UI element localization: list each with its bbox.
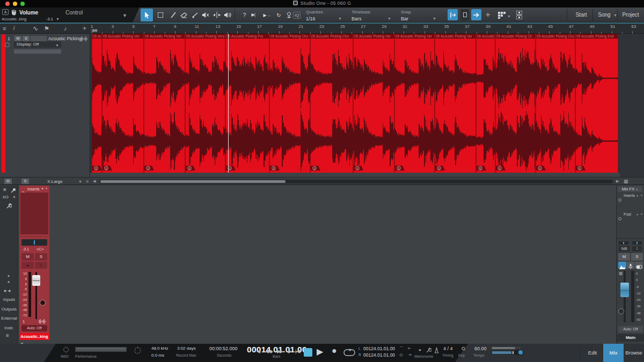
mute-tool-button[interactable] [199,9,211,21]
mix-view-button[interactable]: Mix [603,344,624,362]
console-close-icon[interactable]: ✕ [3,187,7,193]
track-solo-button[interactable]: S [23,36,30,41]
waveform-canvas[interactable] [90,34,620,173]
cursor-focus-button[interactable]: ✛ [484,9,492,20]
main-fader-cap[interactable] [620,283,629,297]
range-tool-button[interactable] [154,9,166,21]
control-label[interactable]: Control [65,10,83,16]
scroll-left-icon[interactable]: ◀ [93,179,96,183]
channel-fader-cap[interactable] [32,275,40,286]
listen-tool-button[interactable] [221,9,233,21]
lanes-icon[interactable]: ≡ [86,179,89,184]
snap-chevron-icon[interactable]: ▼ [433,17,436,20]
monitor-toggle[interactable] [514,350,523,355]
track-name[interactable]: Acoustic Picking [48,36,79,41]
global-mute-button[interactable]: M [4,179,12,184]
quantize-chevron-icon[interactable]: ▼ [338,17,342,20]
tab-project[interactable]: Project [618,8,643,23]
main-limiter-button[interactable] [618,262,626,269]
goto-start-icon[interactable]: ⇤ [408,346,412,351]
loop-button[interactable] [343,349,355,357]
io-label[interactable]: I/O [3,195,9,200]
main-inserts-chevron-icon[interactable]: ▼ [636,194,639,197]
snap-relative-button[interactable] [460,9,469,20]
eraser-tool-button[interactable] [178,9,190,21]
channel-auto-knob[interactable] [40,300,46,306]
channel-record-button[interactable]: ● [21,262,34,269]
main-grid-icon[interactable]: ▦ [619,271,623,276]
channel-pan-value[interactable]: <C> [36,247,43,251]
prev-marker-button[interactable]: ◀ [257,349,260,354]
main-inserts-add-icon[interactable]: + [640,193,643,198]
main-pan-slider-left[interactable] [619,241,628,245]
tab-song-chevron-icon[interactable]: ▼ [613,13,617,17]
marker-flag-icon[interactable]: ⚑ [44,25,49,32]
channel-automation-button[interactable]: Auto: Off [21,325,47,331]
snap-events-button[interactable] [471,9,481,20]
main-auto-knob[interactable] [618,308,624,314]
automation-power-icon[interactable] [5,42,10,47]
edit-view-button[interactable]: Edit [582,344,603,362]
automation-value[interactable]: -3.1 [46,17,53,21]
snap-value[interactable]: Bar [401,16,408,21]
automation-param-label[interactable]: Volume [19,10,38,16]
record-button[interactable]: ● [332,346,337,356]
loop-start-value[interactable]: 00124.01.01.00 [363,346,395,351]
quantize-note-icon[interactable]: ♪ [64,25,67,32]
iq-input-quantize-button[interactable]: IQ [293,12,301,19]
tab-start[interactable]: Start [570,8,592,23]
tab-song[interactable]: Song [595,8,614,23]
next-marker-button[interactable]: ▶ [288,349,292,354]
goto-end-icon[interactable]: ⇥ [408,352,412,357]
inserts-list-box[interactable] [20,193,48,234]
performance-meter[interactable] [75,347,127,352]
rewind-button[interactable]: ◀◀ [265,349,270,354]
automation-value-chevron-icon[interactable]: ▼ [56,17,60,21]
main-pan-slider-right[interactable] [632,241,642,245]
track-color-strip[interactable] [2,34,5,173]
main-name-tag[interactable]: Main [617,334,644,342]
pin-icon[interactable] [11,188,16,193]
display-mode-dropdown[interactable]: Display: Off▼ [14,41,61,48]
narrow-wide-icon[interactable]: ▶◀ [4,289,11,292]
rail-bank-button[interactable]: Inputs [0,297,18,302]
inserts-chevron-icon[interactable]: ▼ [41,187,44,190]
grid-view-button[interactable] [498,11,506,21]
return-to-zero-button[interactable]: |◀ [295,349,300,354]
main-mute-button[interactable]: M [618,253,630,261]
rail-bank-button[interactable]: Outputs [0,307,18,312]
inspector-icon[interactable]: i [13,25,14,32]
channel-mute-button[interactable]: M [21,253,34,261]
automation-curve-icon[interactable]: ∿ [33,25,38,32]
preroll-icon[interactable]: ● [419,348,421,352]
pan-slider-handle[interactable] [34,240,35,245]
snap-toggle-button[interactable] [448,9,458,20]
punch-record-icon[interactable]: ◎ [399,352,403,357]
play-from-cursor-button[interactable]: ▶→ [261,9,273,21]
hand-tool-icon[interactable] [10,9,17,16]
mixfx-dropdown[interactable]: Mix FX ▼ [618,186,642,192]
track-list-menu-icon[interactable]: ≡ [3,25,6,32]
key-value[interactable]: G [462,346,465,351]
fast-forward-button[interactable]: ▶▶ [277,349,282,354]
timing-value[interactable]: 4 / 4 [443,346,453,351]
global-solo-button[interactable]: S [21,179,29,184]
play-button[interactable]: ▶ [317,346,323,357]
post-chevron-icon[interactable]: ▼ [636,213,639,216]
main-pan-value[interactable]: 0 [632,246,642,252]
horizontal-scrollbar-thumb[interactable] [100,180,286,183]
track-blank-button[interactable] [31,36,47,41]
add-track-icon[interactable]: + [83,25,86,32]
horizontal-scrollbar-track[interactable] [99,180,613,183]
grid-view-chevron-icon[interactable]: ▼ [507,14,511,18]
browse-view-button[interactable]: Browse [624,344,644,362]
main-talkback-button[interactable] [627,262,634,269]
loop-end-value[interactable]: 00124.01.01.00 [363,352,395,358]
click-settings-icon[interactable] [426,348,431,353]
channel-list-icon[interactable]: ≡ [6,333,9,338]
io-chevron-icon[interactable]: ▼ [12,195,16,199]
rail-bank-button[interactable]: Instr. [0,326,18,330]
channel-solo-button[interactable]: S [35,253,47,261]
inserts-add-icon[interactable]: + [45,186,48,191]
timebase-value[interactable]: Bars [352,16,362,21]
